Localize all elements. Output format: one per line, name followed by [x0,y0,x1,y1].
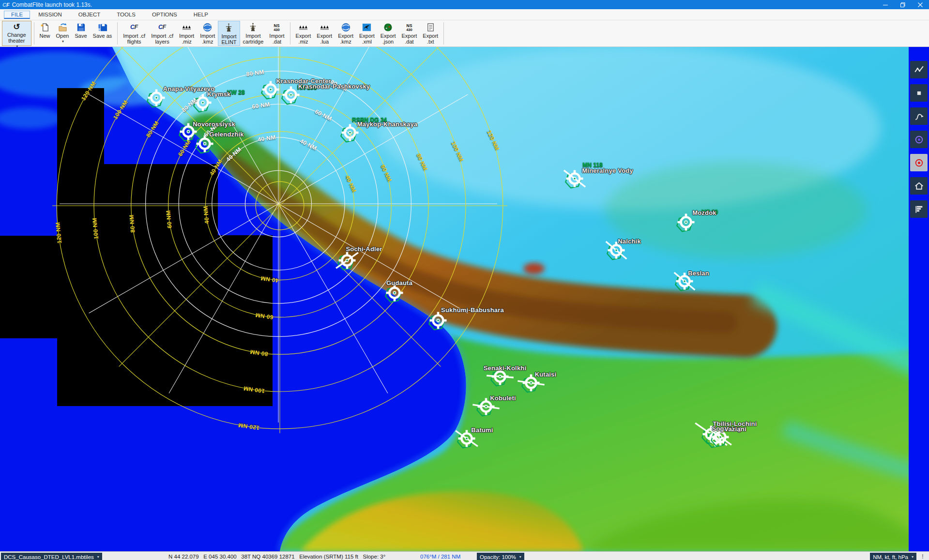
bearing-range-readout: 076°M / 281 NM [420,554,460,560]
svg-text:NS: NS [274,23,280,28]
toolbar-label: Open [56,33,69,39]
toolbar-label: Change [7,32,26,38]
toolbar-separator [34,22,34,45]
units-label: NM, kt, ft, hPa [873,554,908,560]
map-tool-strip [909,47,929,551]
toolbar-separator [290,22,290,45]
toolbar-label: theater [8,38,25,44]
menu-help[interactable]: HELP [185,11,216,18]
svg-text:430: 430 [406,28,412,32]
opacity-selector[interactable]: Opacity: 100%▾ [477,553,524,560]
toolbar-import-cf-flights[interactable]: CFImport .cfflights [120,21,148,46]
toolbar-new[interactable]: ✶New [37,21,53,46]
txt-icon [426,22,436,33]
toolbar-export-lua[interactable]: Export.lua [314,21,335,46]
toolbar-export-txt[interactable]: Export.txt [420,21,441,46]
toolbar-change-theater[interactable]: ↺Changetheater▾ [2,21,31,46]
toolbar-import-cartridge[interactable]: Importcartridge [240,21,267,46]
toolbar-label: .miz [298,39,308,45]
svg-text:NS: NS [406,23,412,28]
toolbar-label: Import [269,33,284,39]
toolbar-open[interactable]: Open▾ [53,21,72,46]
spline-tool[interactable] [910,107,928,125]
window-title: CombatFlite launch took 1.13s. [12,1,877,8]
home-tool[interactable] [910,177,928,195]
toolbar-label: .kmz [340,39,351,45]
chevron-down-icon: ▾ [912,555,914,559]
toolbar-label: Export [381,33,396,39]
toolbar-label: flights [127,39,141,45]
svg-text:✶: ✶ [40,23,44,28]
toolbar-label: Import [245,33,260,39]
dcs-icon [320,22,330,33]
cf-icon: CF [129,22,139,33]
menu-object[interactable]: OBJECT [70,11,108,18]
route-tool[interactable] [910,61,928,78]
svg-text:430: 430 [274,28,280,32]
warning-icon[interactable]: ! [919,553,926,560]
toolbar-label: .miz [182,39,192,45]
status-bar: DCS_Causaso_DTED_LVL1.mbtiles▾ N 44 22.0… [0,551,929,560]
globe-icon [341,22,351,33]
toolbar-import-dat[interactable]: NS430Import.dat [266,21,287,46]
toolbar-label: Export [296,33,311,39]
toolbar-export-kmz[interactable]: Export.kmz [335,21,356,46]
toolbar-import-elint[interactable]: ImportELINT [218,21,240,46]
menu-bar: FILEMISSIONOBJECTTOOLSOPTIONSHELP [0,9,929,20]
menu-options[interactable]: OPTIONS [144,11,185,18]
cursor-coordinates: N 44 22.079 E 045 30.400 38T NQ 40369 12… [168,554,385,560]
toolbar-label: New [40,33,50,39]
menu-file[interactable]: FILE [4,11,30,19]
dcs-icon [298,22,308,33]
ns430-icon: NS430 [272,22,282,33]
menu-mission[interactable]: MISSION [30,11,70,18]
toolbar-label: Export [423,33,438,39]
terrain-map [0,47,929,551]
close-button[interactable] [912,0,929,9]
report-tool[interactable] [910,200,928,218]
toolbar-label: Export [359,33,375,39]
home-icon [914,181,925,192]
map-source-label: DCS_Causaso_DTED_LVL1.mbtiles [4,554,94,560]
toolbar-label: Export [338,33,353,39]
bullseye-red-tool[interactable] [910,154,928,171]
toolbar-separator [117,22,118,45]
units-selector[interactable]: NM, kt, ft, hPa▾ [870,553,916,560]
toolbar-export-json[interactable]: Export.json [378,21,399,46]
map-source-selector[interactable]: DCS_Causaso_DTED_LVL1.mbtiles▾ [1,553,102,560]
toolbar-export-xml[interactable]: Export.xml [356,21,378,46]
toolbar-export-dat[interactable]: NS430Export.dat [399,21,420,46]
svg-text:F: F [134,24,138,30]
toolbar-import-cf-layers[interactable]: CFImport .cflayers [148,21,176,46]
save-icon [76,22,86,33]
cfblue-icon [362,22,372,33]
opacity-label: Opacity: 100% [480,554,516,560]
maximize-button[interactable] [894,0,912,9]
globe-icon [202,22,213,33]
square-tool[interactable] [910,84,928,102]
bullseye-red-icon [914,157,925,168]
json-icon [383,22,393,33]
toolbar-export-miz[interactable]: Export.miz [293,21,314,46]
bullseye-blue-tool[interactable] [910,131,928,148]
antenna-icon [248,22,258,33]
toolbar-save-as[interactable]: Save as [90,21,115,46]
toolbar-label: .xml [362,39,372,45]
toolbar-import-miz[interactable]: Import.miz [176,21,197,46]
menu-tools[interactable]: TOOLS [108,11,144,18]
chevron-down-icon: ▾ [97,555,99,559]
svg-text:F: F [162,24,166,30]
saveas-icon [97,22,107,33]
toolbar-import-kmz[interactable]: Import.kmz [197,21,218,46]
toolbar-save[interactable]: Save [72,21,90,46]
toolbar-label: Import .cf [151,33,173,39]
map-canvas[interactable]: 40 NM40 NM40 NM60 NM60 NM60 NM80 NM80 NM… [0,47,929,551]
toolbar-label: Save as [93,33,112,39]
open-icon [58,22,68,33]
square-icon [914,88,925,99]
toolbar-label: .txt [427,39,434,45]
ns430-icon: NS430 [404,22,414,33]
toolbar-label: .json [382,39,394,45]
toolbar-label: Import [200,33,215,39]
minimize-button[interactable] [877,0,894,9]
